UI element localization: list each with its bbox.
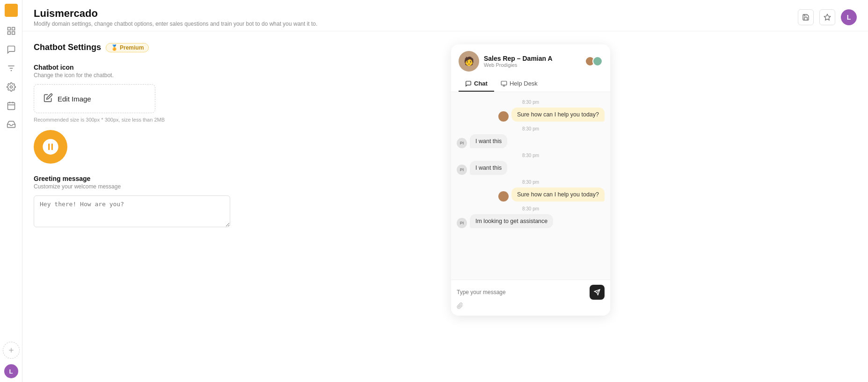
chatbot-icon-subtitle: Change the icon for the chatbot. (34, 72, 436, 79)
sidebar-item-chat[interactable] (3, 41, 20, 58)
attachment-icon[interactable] (457, 303, 463, 311)
msg-row-2: PI I want this (457, 134, 605, 148)
svg-rect-8 (7, 102, 15, 109)
msg-bubble-4: Sure how can I help you today? (511, 187, 605, 202)
chat-message-input[interactable] (457, 289, 586, 296)
edit-image-label: Edit Image (58, 95, 91, 103)
greeting-title: Greeting message (34, 175, 436, 182)
main-panel: Luismercado Modify domain settings, chan… (22, 0, 868, 382)
msg-time-5: 8:30 pm (457, 206, 605, 211)
svg-rect-0 (7, 28, 10, 30)
sidebar-item-settings[interactable] (3, 79, 20, 95)
app-logo[interactable] (5, 4, 18, 17)
premium-badge: 🏅 Premium (106, 43, 149, 52)
page-title: Luismercado (34, 7, 317, 20)
settings-title: Chatbot Settings (34, 43, 101, 52)
sidebar: L (0, 0, 22, 382)
user-initials-2: PI (457, 165, 467, 175)
user-initials-1: PI (457, 138, 467, 148)
svg-marker-14 (824, 14, 830, 20)
header-actions: L (798, 9, 857, 25)
sidebar-item-calendar[interactable] (3, 97, 20, 114)
msg-group-2: 8:30 pm PI I want this (457, 126, 605, 148)
msg-row-3: PI I want this (457, 161, 605, 175)
msg-row-4: Sure how can I help you today? (457, 187, 605, 202)
svg-rect-3 (12, 32, 15, 35)
msg-time-1: 8:30 pm (457, 100, 605, 105)
chat-send-button[interactable] (590, 285, 605, 300)
tab-helpdesk-label: Help Desk (510, 80, 538, 87)
chatbot-icon-preview (34, 130, 67, 164)
chat-tabs: Chat Help Desk (459, 76, 603, 92)
msg-time-2: 8:30 pm (457, 126, 605, 131)
msg-time-3: 8:30 pm (457, 153, 605, 158)
chat-agent-info: Sales Rep – Damian A Web Prodigies (484, 55, 580, 68)
msg-bubble-1: Sure how can I help you today? (511, 108, 605, 122)
mini-avatar-2 (592, 56, 603, 66)
chatbot-icon-section: Chatbot icon Change the icon for the cha… (34, 64, 436, 164)
chat-preview-panel: 🧑 Sales Rep – Damian A Web Prodigies Cha… (451, 44, 610, 316)
edit-image-button[interactable]: Edit Image (34, 84, 155, 113)
sidebar-add-button[interactable] (3, 342, 20, 359)
greeting-input[interactable] (34, 195, 230, 227)
chat-messages: 8:30 pm Sure how can I help you today? 8… (451, 92, 610, 280)
chatbot-icon-title: Chatbot icon (34, 64, 436, 71)
favorite-button[interactable] (819, 9, 835, 25)
msg-bubble-2: I want this (470, 134, 507, 148)
msg-avatar-bot-2 (498, 191, 509, 202)
tab-chat-label: Chat (474, 80, 488, 87)
svg-point-7 (10, 86, 12, 88)
msg-row-5: PI Im looking to get assistance (457, 214, 605, 228)
page-subtitle: Modify domain settings, change chatbot o… (34, 21, 317, 27)
msg-bubble-5: Im looking to get assistance (470, 214, 553, 228)
content-area: Chatbot Settings 🏅 Premium Chatbot icon … (22, 31, 868, 382)
premium-star-icon: 🏅 (111, 44, 118, 51)
msg-group-3: 8:30 pm PI I want this (457, 153, 605, 175)
header-user-avatar[interactable]: L (841, 9, 857, 25)
upload-hint: Recommended size is 300px * 300px, size … (34, 117, 436, 123)
chat-header-avatars (585, 56, 603, 66)
greeting-section: Greeting message Customize your welcome … (34, 175, 436, 229)
msg-group-1: 8:30 pm Sure how can I help you today? (457, 100, 605, 122)
chat-input-area (451, 280, 610, 316)
svg-rect-2 (7, 32, 10, 35)
chat-header-top: 🧑 Sales Rep – Damian A Web Prodigies (459, 51, 603, 72)
msg-avatar-bot-1 (498, 111, 509, 122)
chat-input-icons (457, 303, 605, 311)
sidebar-item-filters[interactable] (3, 60, 20, 77)
tab-chat[interactable]: Chat (459, 76, 494, 92)
msg-time-4: 8:30 pm (457, 180, 605, 185)
msg-group-4: 8:30 pm Sure how can I help you today? (457, 180, 605, 202)
premium-label: Premium (120, 44, 144, 51)
greeting-subtitle: Customize your welcome message (34, 183, 436, 190)
left-panel: Chatbot Settings 🏅 Premium Chatbot icon … (34, 43, 436, 371)
page-header: Luismercado Modify domain settings, chan… (22, 0, 868, 31)
msg-bubble-3: I want this (470, 161, 507, 175)
chat-input-row (457, 285, 605, 300)
chat-agent-name: Sales Rep – Damian A (484, 55, 580, 62)
svg-rect-1 (12, 28, 15, 30)
tab-helpdesk[interactable]: Help Desk (494, 76, 544, 92)
msg-group-5: 8:30 pm PI Im looking to get assistance (457, 206, 605, 228)
svg-rect-15 (501, 81, 507, 85)
chat-agent-sub: Web Prodigies (484, 62, 580, 68)
sidebar-item-inbox[interactable] (3, 116, 20, 133)
settings-header: Chatbot Settings 🏅 Premium (34, 43, 436, 52)
header-title-area: Luismercado Modify domain settings, chan… (34, 7, 317, 27)
sidebar-item-dashboard[interactable] (3, 22, 20, 39)
save-button[interactable] (798, 9, 814, 25)
msg-row-1: Sure how can I help you today? (457, 108, 605, 122)
chat-agent-avatar: 🧑 (459, 51, 479, 72)
edit-image-icon (44, 93, 53, 104)
user-initials-3: PI (457, 218, 467, 228)
chat-header: 🧑 Sales Rep – Damian A Web Prodigies Cha… (451, 44, 610, 92)
user-avatar[interactable]: L (4, 364, 18, 378)
